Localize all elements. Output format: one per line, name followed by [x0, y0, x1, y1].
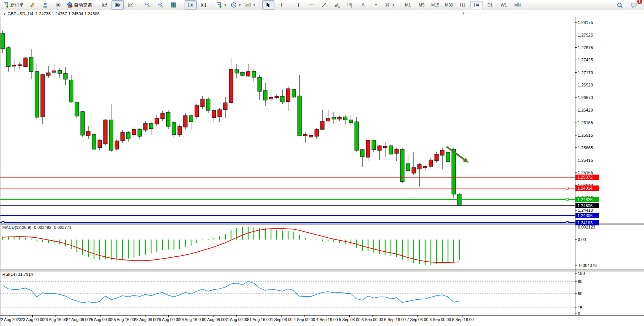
signal-button[interactable] [52, 0, 64, 10]
fibonacci-tool[interactable]: F [344, 0, 356, 10]
notifications-button[interactable]: 1 [628, 0, 640, 10]
bar-chart-button[interactable] [99, 0, 111, 10]
candle-body[interactable] [138, 129, 142, 136]
candle-body[interactable] [132, 129, 136, 135]
line-chart-button[interactable] [124, 0, 137, 10]
candle-body[interactable] [383, 146, 387, 148]
candle-body[interactable] [229, 69, 233, 103]
candle-body[interactable] [29, 57, 33, 72]
candle-body[interactable] [326, 118, 330, 121]
candle-body[interactable] [349, 120, 353, 123]
candle-body[interactable] [81, 112, 84, 135]
candle-body[interactable] [69, 80, 73, 102]
search-button[interactable] [614, 0, 626, 10]
tile-windows-button[interactable] [167, 0, 180, 10]
chart-shift-marker-icon[interactable]: ▼ [462, 11, 465, 15]
line-handle[interactable] [566, 187, 568, 189]
candle-body[interactable] [366, 140, 370, 157]
new-order-button[interactable]: 新订单 [2, 0, 26, 10]
horizontal-line-tool[interactable] [305, 0, 317, 10]
tab-m30[interactable]: M30 [443, 1, 456, 9]
candle-body[interactable] [161, 113, 164, 119]
candle-body[interactable] [343, 117, 347, 120]
price-chart[interactable]: 1.281751.279251.276751.274251.271701.269… [0, 17, 644, 326]
candle-body[interactable] [46, 73, 50, 75]
chart-shift-button[interactable] [198, 0, 210, 10]
candle-body[interactable] [58, 70, 62, 74]
candle-body[interactable] [355, 122, 359, 150]
candle-body[interactable] [201, 99, 204, 107]
candle-body[interactable] [446, 152, 450, 162]
candle-body[interactable] [98, 140, 102, 148]
candle-body[interactable] [35, 72, 39, 117]
candle-body[interactable] [309, 135, 313, 137]
candle-body[interactable] [115, 141, 119, 149]
candle-body[interactable] [212, 110, 216, 118]
candle-body[interactable] [423, 166, 427, 168]
vertical-line-tool[interactable] [292, 0, 304, 10]
candle-body[interactable] [1, 33, 5, 49]
candle-body[interactable] [360, 150, 364, 157]
candle-body[interactable] [75, 102, 79, 116]
candle-body[interactable] [429, 160, 433, 166]
candle-body[interactable] [263, 91, 267, 100]
candle-body[interactable] [18, 65, 22, 66]
tab-m15[interactable]: M15 [429, 1, 442, 9]
candle-body[interactable] [452, 149, 456, 194]
candle-body[interactable] [178, 126, 182, 135]
candle-body[interactable] [143, 123, 147, 130]
tab-h4[interactable]: H4 [470, 1, 483, 9]
tab-m1[interactable]: M1 [402, 1, 414, 9]
candle-body[interactable] [126, 133, 130, 139]
pane-separator[interactable] [0, 223, 644, 225]
candle-body[interactable] [252, 71, 256, 77]
community-button[interactable] [39, 0, 51, 10]
candle-body[interactable] [395, 149, 399, 153]
label-tool[interactable]: T [370, 0, 382, 10]
candle-body[interactable] [338, 117, 341, 119]
candle-body[interactable] [418, 165, 421, 169]
periods-button[interactable]: ▼ [229, 0, 243, 10]
candle-body[interactable] [315, 129, 319, 136]
candle-body[interactable] [406, 164, 410, 171]
tab-h1[interactable]: H1 [456, 1, 469, 9]
tab-m5[interactable]: M5 [415, 1, 428, 9]
candle-body[interactable] [303, 134, 307, 136]
indicators-button[interactable]: ▼ [215, 0, 228, 10]
candle-body[interactable] [206, 99, 210, 110]
candle-body[interactable] [121, 133, 124, 141]
tab-w1[interactable]: W1 [497, 1, 510, 9]
candle-body[interactable] [24, 58, 27, 67]
tab-d1[interactable]: D1 [484, 1, 497, 9]
autotrading-button[interactable]: 自动交易 [65, 0, 94, 10]
candle-body[interactable] [155, 118, 159, 124]
candle-body[interactable] [400, 149, 404, 182]
candle-body[interactable] [389, 146, 393, 154]
crosshair-tool-button[interactable] [275, 0, 287, 10]
candle-body[interactable] [223, 103, 227, 110]
collapse-icon[interactable]: ▼ [3, 13, 6, 16]
candle-body[interactable] [275, 96, 279, 98]
candle-body[interactable] [189, 116, 193, 122]
candlestick-chart-button[interactable] [112, 0, 124, 10]
candle-body[interactable] [218, 110, 222, 117]
candle-body[interactable] [440, 150, 444, 155]
templates-button[interactable]: ▼ [244, 0, 257, 10]
trendline-tool[interactable] [318, 0, 330, 10]
candle-body[interactable] [435, 154, 438, 161]
guide-button[interactable] [26, 0, 38, 10]
candle-body[interactable] [281, 96, 284, 102]
candle-body[interactable] [412, 168, 416, 173]
candle-body[interactable] [104, 120, 107, 144]
candle-body[interactable] [195, 105, 199, 117]
candle-body[interactable] [298, 96, 301, 136]
candle-body[interactable] [166, 112, 170, 126]
auto-scroll-button[interactable] [185, 0, 197, 10]
pane-separator[interactable] [0, 270, 644, 271]
candle-body[interactable] [246, 72, 250, 76]
arrows-tool[interactable]: ▼ [383, 0, 397, 10]
candle-body[interactable] [241, 72, 244, 75]
candle-body[interactable] [12, 65, 16, 66]
candle-body[interactable] [52, 71, 56, 72]
cursor-tool-button[interactable] [262, 0, 274, 10]
